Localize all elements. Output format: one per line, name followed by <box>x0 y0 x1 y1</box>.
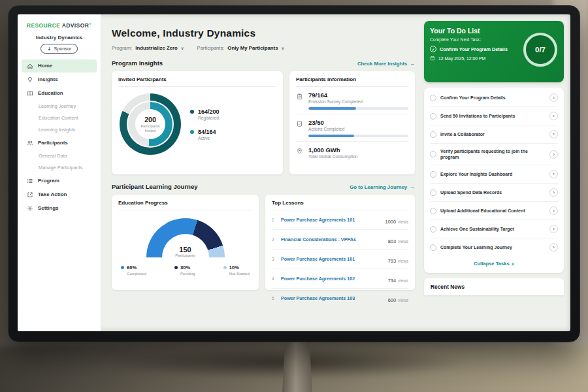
sidebar-item-education[interactable]: Education <box>22 87 97 100</box>
checkbox-icon[interactable] <box>430 131 436 138</box>
chevron-right-icon[interactable]: › <box>549 93 558 102</box>
chevron-right-icon[interactable]: › <box>549 130 558 139</box>
card-title: Invited Participants <box>118 76 276 87</box>
lesson-link[interactable]: Power Purchase Agreements 102 <box>281 276 384 282</box>
sidebar-item-program[interactable]: Program <box>22 174 97 188</box>
checkbox-icon[interactable] <box>430 226 436 233</box>
chevron-down-icon: ∨ <box>281 46 284 51</box>
monitor-stand <box>282 340 312 392</box>
lightbulb-icon <box>27 76 33 83</box>
todo-due-date: 12 May 2025, 12:00 PM <box>430 56 521 61</box>
lesson-link[interactable]: Financial Considerations - VPPAs <box>281 237 384 242</box>
home-icon <box>27 63 33 69</box>
sidebar-item-take-action[interactable]: Take Action <box>22 188 97 201</box>
chevron-down-icon: ∨ <box>181 46 184 51</box>
task-row-upload-educational-content[interactable]: Upload Additional Educational Content › <box>430 202 558 220</box>
checkbox-icon[interactable] <box>430 171 436 178</box>
program-insights-header: Program Insights Check More Insights → <box>112 59 415 67</box>
section-title: Participant Learning Journey <box>112 183 197 190</box>
info-row-actions: 23/50 Actions Completed <box>296 114 408 142</box>
lesson-row: 2 Financial Considerations - VPPAs 803vi… <box>272 230 408 250</box>
invited-legend: 164/200 Registered 84/164 Active <box>190 108 220 140</box>
sidebar-item-manage-participants[interactable]: Manage Participants <box>22 162 97 174</box>
collapse-tasks-link[interactable]: Collapse Tasks∧ <box>430 256 558 272</box>
insights-cards-row: Invited Participants 200 Participants In… <box>112 71 415 174</box>
legend-item-not-started: 10% Not Started <box>223 265 250 276</box>
chevron-right-icon[interactable]: › <box>549 243 558 252</box>
card-title: Top Lessons <box>272 200 408 210</box>
recent-news-card: Recent News <box>424 278 564 295</box>
invited-donut-chart: 200 Participants Invited <box>120 93 181 155</box>
chevron-right-icon[interactable]: › <box>549 225 558 233</box>
lesson-link[interactable]: Power Purchase Agreements 101 <box>281 217 381 223</box>
calendar-icon <box>430 56 435 61</box>
lesson-row: 4 Power Purchase Agreements 102 734views <box>272 269 408 289</box>
task-row-achieve-target[interactable]: Achieve One Sustainability Target › <box>430 220 558 238</box>
todo-panel: Your To Do List Complete Your Next Task:… <box>423 14 570 331</box>
recent-news-title: Recent News <box>431 284 557 290</box>
program-filter-dropdown[interactable]: Program: Industrialize Zero ∨ <box>112 45 184 51</box>
scene: RESOURCE ADVISOR+ Industry Dynamics Spon… <box>0 0 588 392</box>
main-content: Welcome, Industry Dynamics Program: Indu… <box>101 14 423 331</box>
lesson-link[interactable]: Power Purchase Agreements 101 <box>281 256 384 262</box>
check-icon: ✓ <box>430 46 436 52</box>
legend-item-registered: 164/200 Registered <box>190 108 220 120</box>
task-row-verify-participants[interactable]: Verify participants requesting to join t… <box>430 144 558 165</box>
page-title: Welcome, Industry Dynamics <box>112 27 415 39</box>
task-row-upload-spend-data[interactable]: Upload Spend Data Records › <box>430 184 558 202</box>
check-more-insights-link[interactable]: Check More Insights → <box>357 61 415 67</box>
lesson-link[interactable]: Power Purchase Agreements 103 <box>281 295 384 301</box>
logo-advisor: ADVISOR+ <box>62 22 91 29</box>
sidebar-item-learning-insights[interactable]: Learning Insights <box>22 124 97 136</box>
chevron-right-icon[interactable]: › <box>549 150 558 159</box>
chevron-right-icon[interactable]: › <box>549 206 558 215</box>
sidebar: RESOURCE ADVISOR+ Industry Dynamics Spon… <box>18 14 101 331</box>
chevron-right-icon[interactable]: › <box>549 112 558 120</box>
task-row-confirm-program[interactable]: Confirm Your Program Details › <box>430 89 558 107</box>
checkbox-icon[interactable] <box>430 189 436 196</box>
task-row-invite-collaborator[interactable]: Invite a Collaborator › <box>430 125 558 144</box>
learning-journey-header: Participant Learning Journey Go to Learn… <box>112 183 415 190</box>
legend-item-active: 84/164 Active <box>190 129 220 140</box>
location-pin-icon <box>296 148 303 155</box>
sidebar-item-insights[interactable]: Insights <box>22 73 97 86</box>
people-icon <box>27 140 33 146</box>
org-name: Industry Dynamics <box>18 35 101 41</box>
checkbox-icon[interactable] <box>430 244 436 251</box>
sidebar-item-learning-journey[interactable]: Learning Journey <box>22 101 97 112</box>
sidebar-item-settings[interactable]: Settings <box>22 202 97 215</box>
sidebar-item-home[interactable]: Home <box>22 59 97 73</box>
legend-item-completed: 60% Completed <box>121 265 146 276</box>
participants-information-card: Participants Information 79/164 Emission… <box>289 71 415 174</box>
task-row-complete-learning-journey[interactable]: Complete Your Learning Journey › <box>430 238 558 256</box>
todo-next-task[interactable]: ✓ Confirm Your Program Details <box>430 46 521 52</box>
checkbox-icon[interactable] <box>430 208 436 214</box>
list-icon <box>27 178 33 184</box>
checkbox-icon[interactable] <box>430 113 436 120</box>
legend-dot <box>190 110 194 114</box>
participants-filter-dropdown[interactable]: Participants: Only My Participants ∨ <box>197 45 285 51</box>
task-row-explore-insights[interactable]: Explore Your Insights Dashboard › <box>430 165 558 184</box>
emission-survey-progressbar <box>308 107 408 110</box>
book-icon <box>27 90 33 97</box>
task-row-send-invitations[interactable]: Send 50 Invitations to Participants › <box>430 107 558 125</box>
arrow-right-icon: → <box>410 184 415 190</box>
gear-icon <box>27 205 33 212</box>
go-to-learning-journey-link[interactable]: Go to Learning Journey → <box>350 184 415 190</box>
sidebar-item-participants[interactable]: Participants <box>22 137 97 150</box>
todo-tasks-card: Confirm Your Program Details › Send 50 I… <box>424 88 564 273</box>
checkbox-icon[interactable] <box>430 95 436 101</box>
lesson-row: 1 Power Purchase Agreements 101 1000view… <box>272 210 408 230</box>
card-title: Education Progress <box>118 200 252 210</box>
action-arrow-icon <box>27 191 33 198</box>
arrow-right-icon: → <box>410 61 415 67</box>
chevron-right-icon[interactable]: › <box>549 188 558 197</box>
legend-dot <box>190 130 194 134</box>
clipboard-icon <box>296 93 303 100</box>
sidebar-item-education-content[interactable]: Education Content <box>22 112 97 124</box>
info-row-emission-survey: 79/164 Emission Survey Completed <box>296 87 408 114</box>
chevron-right-icon[interactable]: › <box>549 170 558 178</box>
card-title: Participants Information <box>296 76 408 87</box>
checkbox-icon[interactable] <box>430 151 436 157</box>
sidebar-item-general-data[interactable]: General Data <box>22 150 97 162</box>
